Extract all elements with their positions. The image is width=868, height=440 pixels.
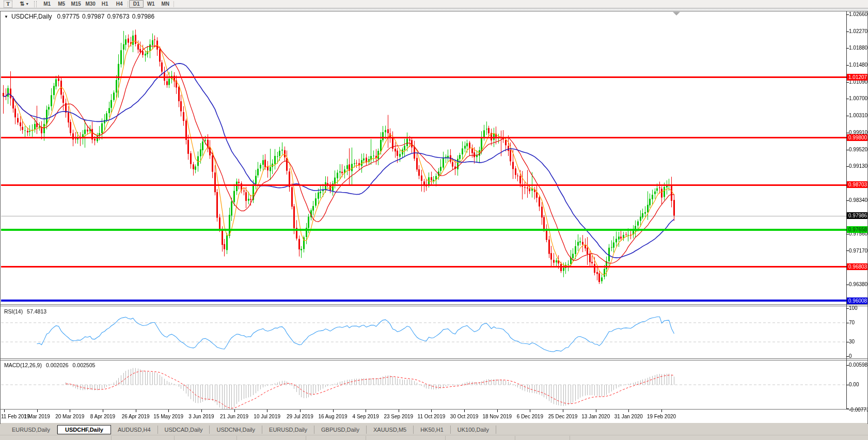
date-axis-label: 26 Apr 2019 <box>122 414 150 419</box>
toolbar-separator <box>173 1 174 7</box>
price-tag: 0.97986 <box>847 212 868 219</box>
macd-axis-label: 0.00 <box>849 382 859 388</box>
chart-horizontal-scrollbar[interactable] <box>0 8 868 11</box>
rsi-name: RSI(14) <box>4 308 23 315</box>
price-tick-label: 1.02660 <box>849 11 867 18</box>
chart-tab-gbpusd[interactable]: GBPUSD,Daily <box>314 426 367 434</box>
date-axis-label: 20 Mar 2019 <box>55 414 84 419</box>
ohlc-close: 0.97986 <box>132 13 154 20</box>
timeframe-button-d1[interactable]: D1 <box>129 0 144 8</box>
chart-dropdown-icon[interactable]: ▼ <box>4 14 8 19</box>
timeframe-button-m1[interactable]: M1 <box>40 0 54 8</box>
date-axis-label: 23 Sep 2019 <box>384 414 413 419</box>
status-bar <box>0 435 868 440</box>
price-tick-label: 1.01880 <box>849 45 867 51</box>
price-tick-label: 0.97170 <box>849 248 867 254</box>
date-axis-label: 25 Dec 2019 <box>548 414 578 419</box>
rsi-axis-label: 30 <box>849 339 855 345</box>
date-axis-label: 29 Jul 2019 <box>287 414 313 419</box>
top-toolbar: T ⇅ ▼ M1M5M15M30H1H4D1W1MN <box>0 0 868 8</box>
chart-canvas[interactable] <box>0 0 868 440</box>
price-tag: 1.01207 <box>847 74 868 81</box>
macd-indicator-label: MACD(12,26,9) 0.002026 0.002505 <box>4 362 95 368</box>
macd-axis-label: 0.005986 <box>849 362 868 368</box>
chart-symbol-label: USDCHF,Daily <box>11 13 52 20</box>
ohlc-low: 0.97673 <box>107 13 129 20</box>
date-axis-label: 1 Mar 2019 <box>24 414 50 419</box>
status-divider <box>174 436 175 440</box>
status-divider <box>111 436 112 440</box>
date-axis-label: 21 Jun 2019 <box>220 414 248 419</box>
chart-tab-usdcad[interactable]: USDCAD,Daily <box>158 426 210 434</box>
status-divider <box>366 436 366 440</box>
price-tick-label: 1.01480 <box>849 62 867 68</box>
chevron-down-icon[interactable]: ▼ <box>25 1 29 7</box>
price-tick-label: 0.99130 <box>849 163 867 169</box>
date-axis-label: 13 Jan 2020 <box>581 414 610 419</box>
rsi-indicator-label: RSI(14) 57.4813 <box>4 308 46 315</box>
toolbar-grip <box>34 1 37 7</box>
date-axis-label: 15 May 2019 <box>153 414 183 419</box>
date-axis-label: 3 Jun 2019 <box>188 414 214 419</box>
date-axis-label: 16 Aug 2019 <box>318 414 347 419</box>
date-axis-label: 11 Oct 2019 <box>418 414 446 419</box>
price-tick-label: 0.99520 <box>849 147 867 153</box>
chart-tab-usdcnh[interactable]: USDCNH,Daily <box>210 426 262 434</box>
toolbar-separator <box>128 1 128 7</box>
macd-value-2: 0.002505 <box>73 362 96 368</box>
timeframe-button-group: M1M5M15M30H1H4D1W1MN <box>40 0 175 8</box>
ohlc-high: 0.97987 <box>82 13 104 20</box>
status-divider <box>570 436 570 440</box>
price-tick-label: 0.98340 <box>849 197 867 203</box>
status-divider <box>236 436 237 440</box>
chart-title: ▼ USDCHF,Daily 0.97775 0.97987 0.97673 0… <box>4 13 157 20</box>
rsi-current-value: 57.4813 <box>27 308 46 315</box>
chart-tab-usdchf[interactable]: USDCHF,Daily <box>57 425 111 434</box>
price-tag: 0.97658 <box>847 226 868 233</box>
date-axis-label: 10 Jul 2019 <box>254 414 280 419</box>
macd-value-1: 0.002026 <box>46 362 69 368</box>
chart-tab-hk50[interactable]: HK50,H1 <box>414 426 451 434</box>
chart-shift-marker <box>673 12 680 15</box>
date-axis-label: 4 Sep 2019 <box>353 414 379 419</box>
rsi-axis-label: 0 <box>849 353 852 359</box>
timeframe-button-h1[interactable]: H1 <box>98 0 112 8</box>
date-axis-label: 31 Jan 2020 <box>614 414 643 419</box>
ohlc-open: 0.97775 <box>57 13 80 20</box>
chart-tab-eurusd[interactable]: EURUSD,Daily <box>5 426 57 434</box>
macd-axis-label: -0.007733 <box>849 407 868 413</box>
rsi-axis-label: 100 <box>849 305 858 311</box>
chart-tab-audusd[interactable]: AUDUSD,H4 <box>111 426 158 434</box>
chart-tab-eurusd[interactable]: EURUSD,Daily <box>262 426 314 434</box>
status-divider <box>445 436 446 440</box>
price-tag: 0.99800 <box>847 134 868 141</box>
status-divider <box>306 436 306 440</box>
text-label-tool-icon[interactable]: T <box>4 1 12 8</box>
timeframe-button-m5[interactable]: M5 <box>54 0 69 8</box>
timeframe-button-h4[interactable]: H4 <box>112 0 127 8</box>
price-tick-label: 1.02270 <box>849 28 867 35</box>
rsi-axis-label: 70 <box>849 320 855 326</box>
arrange-arrows-icon[interactable]: ⇅ <box>20 1 24 7</box>
price-tag: 0.96008 <box>847 297 868 304</box>
price-tick-label: 1.00700 <box>849 96 867 102</box>
chart-tab-xauusd[interactable]: XAUUSD,M5 <box>367 426 414 434</box>
date-axis-label: 30 Oct 2019 <box>450 414 478 419</box>
macd-name: MACD(12,26,9) <box>4 362 42 368</box>
date-axis-label: 18 Nov 2019 <box>482 414 512 419</box>
timeframe-button-m15[interactable]: M15 <box>69 0 83 8</box>
price-tag: 0.96803 <box>847 263 868 270</box>
chart-tabs-bar: EURUSD,DailyUSDCHF,DailyAUDUSD,H4USDCAD,… <box>0 424 868 435</box>
date-axis-label: 8 Apr 2019 <box>90 414 115 419</box>
timeframe-button-mn[interactable]: MN <box>158 0 172 8</box>
chart-tab-uk100[interactable]: UK100,Daily <box>451 426 496 434</box>
timeframe-button-m30[interactable]: M30 <box>83 0 98 8</box>
timeframe-button-w1[interactable]: W1 <box>144 0 158 8</box>
status-divider <box>515 436 515 440</box>
date-axis-label: 6 Dec 2019 <box>517 414 543 419</box>
date-axis-label: 19 Feb 2020 <box>647 414 676 419</box>
price-tag: 0.98703 <box>847 181 868 188</box>
price-tick-label: 0.96380 <box>849 281 867 288</box>
price-tick-label: 1.00310 <box>849 113 867 119</box>
